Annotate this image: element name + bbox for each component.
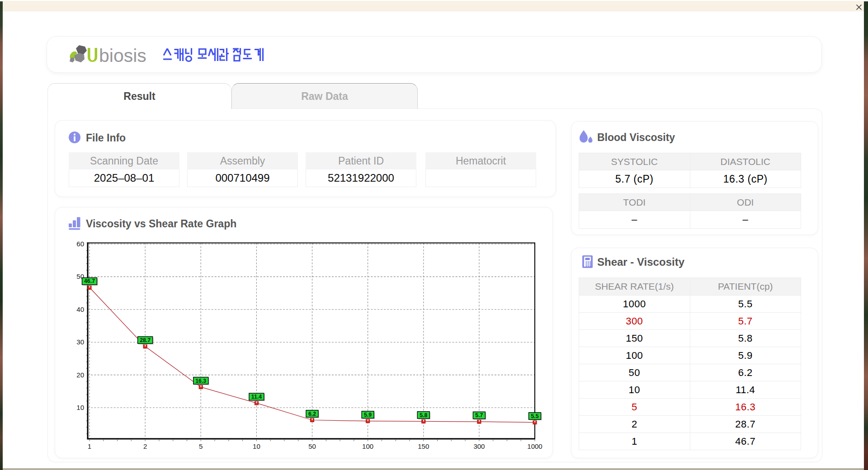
- svg-text:40: 40: [76, 306, 84, 313]
- svg-text:100: 100: [362, 442, 373, 450]
- svg-text:5.5: 5.5: [531, 413, 538, 419]
- svg-text:50: 50: [308, 442, 316, 450]
- svg-text:16.3: 16.3: [195, 378, 206, 384]
- svg-text:2: 2: [143, 442, 147, 450]
- svg-text:1000: 1000: [527, 442, 542, 450]
- svg-text:11.4: 11.4: [251, 394, 262, 400]
- svg-text:10: 10: [76, 404, 84, 411]
- svg-text:28.7: 28.7: [140, 337, 151, 343]
- svg-text:5.7: 5.7: [475, 412, 483, 418]
- svg-text:30: 30: [76, 338, 84, 346]
- svg-text:5: 5: [199, 442, 203, 450]
- svg-text:10: 10: [253, 442, 260, 450]
- svg-text:300: 300: [473, 442, 485, 450]
- svg-text:6.2: 6.2: [308, 411, 316, 417]
- svg-text:5.9: 5.9: [364, 412, 372, 418]
- svg-text:1: 1: [88, 442, 91, 450]
- svg-text:60: 60: [76, 240, 84, 248]
- svg-text:46.7: 46.7: [84, 278, 95, 284]
- svg-text:20: 20: [76, 371, 84, 379]
- svg-text:150: 150: [418, 442, 429, 450]
- svg-text:biosis: biosis: [99, 45, 146, 66]
- svg-text:5.8: 5.8: [420, 412, 427, 418]
